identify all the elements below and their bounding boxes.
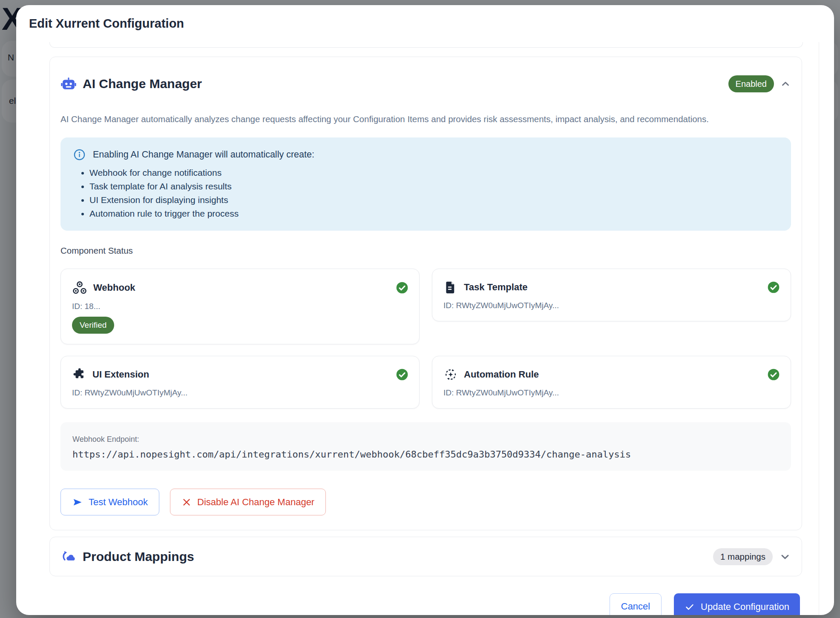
product-mappings-section[interactable]: Product Mappings 1 mappings — [49, 537, 802, 576]
x-icon — [181, 497, 192, 507]
update-configuration-label: Update Configuration — [701, 601, 789, 612]
robot-icon — [60, 76, 77, 92]
ai-section-title: AI Change Manager — [83, 77, 202, 91]
disable-ai-change-manager-button[interactable]: Disable AI Change Manager — [170, 489, 326, 515]
document-icon — [443, 280, 458, 295]
ai-section-description: AI Change Manager automatically analyzes… — [60, 114, 791, 125]
component-id: ID: RWtyZW0uMjUwOTIyMjAy... — [72, 388, 409, 398]
check-circle-icon — [395, 368, 409, 381]
check-circle-icon — [767, 368, 780, 381]
scrolled-section-edge — [49, 42, 803, 48]
puzzle-icon — [72, 367, 86, 382]
automation-icon — [443, 367, 458, 382]
component-card-automation-rule: Automation Rule ID: RWtyZW0uMjUwOTIyMjAy… — [432, 356, 791, 409]
check-circle-icon — [395, 281, 409, 295]
info-icon — [73, 149, 86, 161]
component-id: ID: RWtyZW0uMjUwOTIyMjAy... — [443, 388, 780, 398]
webhook-endpoint-label: Webhook Endpoint: — [72, 435, 779, 444]
test-webhook-button[interactable]: Test Webhook — [60, 489, 159, 515]
info-bullet: Webhook for change notifications — [89, 166, 778, 180]
info-box: Enabling AI Change Manager will automati… — [60, 137, 791, 231]
component-status-label: Component Status — [60, 246, 791, 256]
component-name: Automation Rule — [464, 369, 539, 380]
send-icon — [72, 497, 83, 508]
ai-section-header[interactable]: AI Change Manager Enabled — [60, 75, 791, 92]
webhook-endpoint-box: Webhook Endpoint: https://api.nopesight.… — [60, 422, 791, 471]
chevron-down-icon[interactable] — [779, 551, 791, 563]
component-card-task-template: Task Template ID: RWtyZW0uMjUwOTIyMjAy..… — [432, 269, 791, 321]
cancel-button[interactable]: Cancel — [610, 593, 662, 615]
component-status-grid: Webhook ID: 18... Verified — [60, 269, 791, 409]
ai-change-manager-section: AI Change Manager Enabled AI Change Mana… — [49, 57, 802, 530]
update-configuration-button[interactable]: Update Configuration — [674, 593, 800, 615]
check-circle-icon — [767, 280, 780, 294]
component-name: Webhook — [93, 282, 135, 293]
mappings-count-badge: 1 mappings — [713, 548, 773, 565]
info-heading: Enabling AI Change Manager will automati… — [93, 149, 314, 160]
test-webhook-label: Test Webhook — [89, 497, 148, 508]
modal-footer: Cancel Update Configuration — [610, 593, 800, 615]
info-bullet: Task template for AI analysis results — [89, 180, 778, 193]
component-card-ui-extension: UI Extension ID: RWtyZW0uMjUwOTIyMjAy... — [60, 356, 420, 409]
modal-title: Edit Xurrent Configuration — [29, 17, 184, 31]
webhook-icon — [72, 280, 87, 295]
info-bullet: Automation rule to trigger the process — [89, 207, 778, 220]
product-mappings-icon — [60, 549, 77, 565]
component-card-webhook: Webhook ID: 18... Verified — [60, 269, 420, 344]
info-bullet-list: Webhook for change notifications Task te… — [78, 166, 778, 220]
disable-label: Disable AI Change Manager — [197, 497, 314, 508]
scrollbar-track[interactable] — [819, 42, 819, 615]
product-mappings-title: Product Mappings — [83, 549, 194, 564]
status-badge: Enabled — [728, 75, 774, 92]
edit-configuration-modal: Edit Xurrent Configuration AI Change Man… — [16, 5, 834, 615]
verified-badge: Verified — [72, 317, 114, 334]
webhook-endpoint-url: https://api.nopesight.com/api/integratio… — [72, 449, 779, 460]
component-name: Task Template — [464, 282, 528, 293]
info-bullet: UI Extension for displaying insights — [89, 193, 778, 207]
component-id: ID: RWtyZW0uMjUwOTIyMjAy... — [443, 300, 780, 311]
component-id: ID: 18... — [72, 301, 409, 312]
component-name: UI Extension — [92, 369, 149, 380]
chevron-up-icon[interactable] — [780, 78, 791, 89]
check-icon — [685, 602, 695, 612]
